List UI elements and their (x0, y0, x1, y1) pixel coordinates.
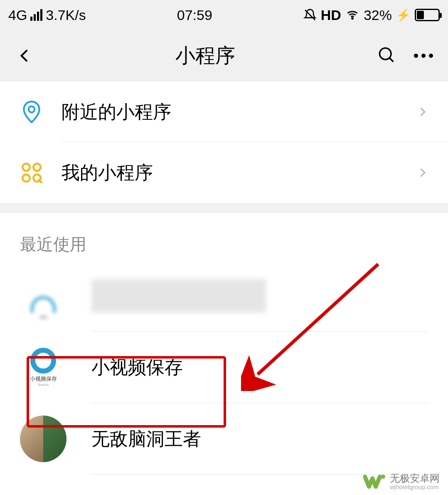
recent-app-row[interactable]: ■■■ (20, 260, 428, 332)
app-label: 无敌脑洞王者 (91, 427, 201, 451)
network-type-label: 4G (8, 7, 27, 23)
app-label-blurred (91, 279, 266, 312)
bell-mute-icon (303, 8, 317, 22)
battery-pct-label: 32% (364, 7, 392, 23)
status-bar: 4G 3.7K/s 07:59 HD 32% ⚡ (0, 0, 448, 30)
recent-title: 最近使用 (20, 233, 428, 256)
menu-label: 我的小程序 (62, 161, 416, 185)
hd-label: HD (321, 7, 341, 23)
wifi-icon (345, 9, 359, 21)
svg-point-0 (352, 18, 353, 19)
watermark-title: 无极安卓网 (390, 473, 440, 484)
recent-section: 最近使用 ■■■ 小视频保存 downs 小视频保存 无敌脑洞王者 (0, 213, 448, 495)
recent-app-row[interactable]: 无敌脑洞王者 (20, 403, 428, 475)
battery-icon (415, 9, 440, 21)
brain-king-app-icon (20, 416, 66, 462)
miniapps-grid-icon (20, 161, 43, 184)
menu-item-nearby[interactable]: 附近的小程序 (0, 82, 448, 142)
search-button[interactable] (377, 46, 396, 66)
app-icon-blurred: ■■■ (20, 272, 66, 319)
location-pin-icon (20, 100, 43, 124)
more-button[interactable] (414, 54, 433, 58)
svg-point-2 (29, 106, 35, 112)
status-left: 4G 3.7K/s (8, 7, 86, 23)
status-right: HD 32% ⚡ (303, 7, 440, 23)
app-header: 小程序 (0, 30, 448, 82)
svg-point-1 (380, 48, 391, 60)
menu-list: 附近的小程序 我的小程序 (0, 82, 448, 203)
video-save-app-icon: 小视频保存 downs (20, 344, 66, 391)
charging-icon: ⚡ (396, 8, 411, 22)
more-icon (414, 54, 433, 58)
watermark: 无极安卓网 wjhotelgroup.com (363, 473, 440, 491)
chevron-right-icon (416, 164, 428, 181)
svg-point-3 (22, 163, 30, 171)
signal-bars-icon (30, 9, 42, 21)
clock-label: 07:59 (177, 7, 212, 23)
svg-point-5 (22, 174, 30, 181)
recent-app-row-video-save[interactable]: 小视频保存 downs 小视频保存 (20, 332, 428, 403)
section-divider (0, 203, 448, 213)
svg-point-4 (33, 163, 40, 171)
chevron-right-icon (416, 104, 428, 120)
data-rate-label: 3.7K/s (46, 7, 86, 23)
svg-point-8 (381, 475, 385, 479)
app-label: 小视频保存 (91, 355, 183, 380)
watermark-logo-icon (363, 473, 386, 491)
menu-label: 附近的小程序 (62, 100, 416, 124)
watermark-url: wjhotelgroup.com (390, 484, 440, 491)
back-button[interactable] (17, 47, 33, 64)
menu-item-mine[interactable]: 我的小程序 (0, 142, 448, 203)
page-title: 小程序 (33, 42, 377, 69)
